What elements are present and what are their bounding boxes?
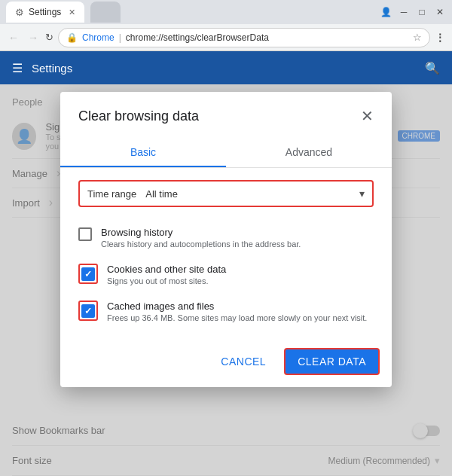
dialog-close-button[interactable]: ✕ [361,107,374,125]
cancel-button[interactable]: CANCEL [209,348,278,375]
dialog-header: Clear browsing data ✕ [60,92,392,125]
search-icon[interactable]: 🔍 [425,61,440,75]
checkmark-icon-2: ✓ [84,306,92,316]
gear-icon: ⚙ [15,7,24,18]
dialog-footer: CANCEL CLEAR DATA [60,342,392,387]
time-range-label: Time range [87,188,136,200]
time-range-row[interactable]: Time range Last hour Last 24 hours Last … [78,180,374,207]
address-bar-row: ← → ↻ 🔒 Chrome | chrome://settings/clear… [0,24,452,51]
cookies-text: Cookies and other site data Signs you ou… [107,264,374,285]
browser-menu-button[interactable]: ⋮ [435,32,446,44]
cached-images-checkbox-wrapper: ✓ [78,301,98,321]
window-controls: 👤 ─ □ ✕ [380,7,446,17]
page-content: People 👤 Sign in to Chrome To save your … [0,84,452,476]
checkmark-icon: ✓ [84,269,92,279]
modal-overlay: Clear browsing data ✕ Basic Advanced Tim… [0,84,452,476]
secure-label: Chrome [82,32,115,43]
browsing-history-desc: Clears history and autocompletions in th… [101,240,374,249]
tab-label: Settings [29,7,61,17]
browsing-history-checkbox[interactable] [78,227,92,241]
tab-advanced[interactable]: Advanced [226,137,392,167]
dialog-body: Time range Last hour Last 24 hours Last … [60,168,392,342]
dialog-tabs: Basic Advanced [60,137,392,168]
title-bar-left: ⚙ Settings ✕ [6,2,121,23]
cookies-label: Cookies and other site data [107,264,374,275]
page-title: Settings [32,62,416,75]
account-icon[interactable]: 👤 [380,7,392,17]
cookies-checkbox[interactable]: ✓ [81,267,95,281]
browsing-history-text: Browsing history Clears history and auto… [101,227,374,249]
url-text: chrome://settings/clearBrowserData [126,32,408,43]
dialog-title: Clear browsing data [78,108,199,124]
active-tab[interactable]: ⚙ Settings ✕ [6,2,84,23]
tab-basic[interactable]: Basic [60,137,226,167]
forward-button[interactable]: → [26,32,41,44]
cookies-desc: Signs you out of most sites. [107,276,374,285]
tab-close-icon[interactable]: ✕ [69,8,75,17]
time-range-select[interactable]: Last hour Last 24 hours Last 7 days Last… [145,188,350,200]
cookies-checkbox-wrapper: ✓ [78,264,98,284]
bookmark-icon[interactable]: ☆ [413,32,422,43]
title-bar: ⚙ Settings ✕ 👤 ─ □ ✕ [0,0,452,24]
separator: | [119,32,121,43]
clear-data-button[interactable]: CLEAR DATA [284,348,380,375]
hamburger-menu-button[interactable]: ☰ [12,61,23,75]
close-button[interactable]: ✕ [434,7,446,17]
browsing-history-label: Browsing history [101,227,374,238]
cached-images-checkbox[interactable]: ✓ [81,304,95,318]
back-button[interactable]: ← [6,32,21,44]
refresh-button[interactable]: ↻ [45,32,53,43]
cookies-item: ✓ Cookies and other site data Signs you … [78,256,374,293]
secure-icon: 🔒 [66,32,78,43]
browsing-history-item: Browsing history Clears history and auto… [78,219,374,256]
cached-images-text: Cached images and files Frees up 36.4 MB… [107,301,374,322]
cached-images-item: ✓ Cached images and files Frees up 36.4 … [78,293,374,330]
inactive-tab[interactable] [90,2,121,23]
maximize-button[interactable]: □ [416,7,428,17]
minimize-button[interactable]: ─ [398,7,410,17]
settings-toolbar: ☰ Settings 🔍 [0,51,452,84]
cached-images-desc: Frees up 36.4 MB. Some sites may load mo… [107,313,374,322]
address-field[interactable]: 🔒 Chrome | chrome://settings/clearBrowse… [58,28,430,47]
cached-images-label: Cached images and files [107,301,374,312]
time-range-dropdown-icon: ▾ [359,188,365,200]
clear-browsing-data-dialog: Clear browsing data ✕ Basic Advanced Tim… [60,92,392,387]
